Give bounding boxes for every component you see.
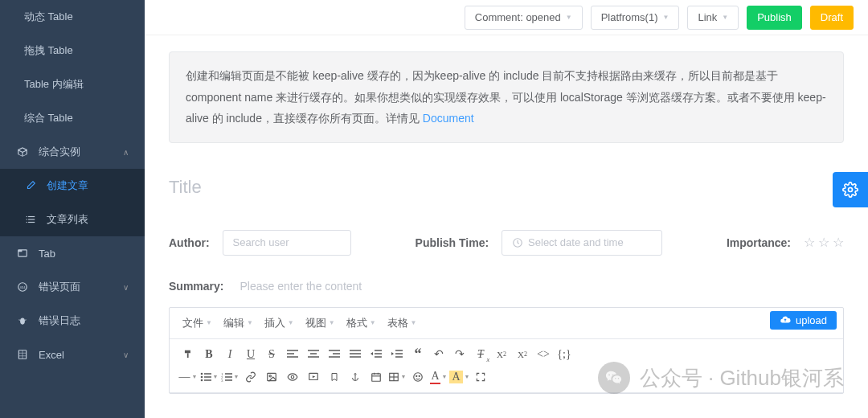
component-icon: [16, 146, 29, 158]
image-icon[interactable]: [261, 367, 282, 387]
bug-icon: [16, 315, 29, 326]
fullscreen-icon[interactable]: [470, 367, 491, 387]
svg-point-42: [200, 375, 203, 378]
preview-icon[interactable]: [282, 367, 303, 387]
format-paint-icon[interactable]: [178, 344, 199, 365]
svg-rect-5: [28, 222, 35, 223]
sidebar: 动态 Table 拖拽 Table Table 内编辑 综合 Table 综合实…: [0, 0, 145, 418]
notice-box: 创建和编辑页面是不能被 keep-alive 缓存的，因为keep-alive …: [169, 51, 844, 143]
svg-line-12: [24, 320, 26, 321]
superscript-icon[interactable]: X2: [512, 344, 533, 365]
sidebar-item-inline-edit-table[interactable]: Table 内编辑: [0, 68, 145, 101]
blockquote-icon[interactable]: “: [407, 344, 428, 365]
publish-button[interactable]: Publish: [747, 6, 802, 30]
strikethrough-icon[interactable]: S: [261, 344, 282, 365]
clear-format-icon[interactable]: Tx: [470, 344, 491, 365]
404-icon: 404: [16, 281, 29, 293]
editor-menu-edit[interactable]: 编辑▼: [219, 313, 258, 334]
sidebar-item-drag-table[interactable]: 拖拽 Table: [0, 34, 145, 68]
underline-icon[interactable]: U: [240, 344, 261, 365]
editor-menu-file[interactable]: 文件▼: [178, 313, 217, 334]
align-right-icon[interactable]: [324, 344, 345, 365]
sidebar-item-complex-table[interactable]: 综合 Table: [0, 101, 145, 135]
code-icon[interactable]: <>: [533, 344, 554, 365]
svg-point-10: [20, 318, 25, 325]
platforms-dropdown[interactable]: Platfroms(1)▼: [591, 6, 680, 30]
svg-point-68: [419, 375, 420, 376]
settings-fab[interactable]: [833, 172, 868, 207]
caret-down-icon: ▼: [662, 14, 669, 21]
publish-time-placeholder: Select date and time: [528, 236, 624, 248]
sidebar-item-create-article[interactable]: 创建文章: [0, 169, 145, 203]
svg-rect-52: [268, 373, 276, 380]
italic-icon[interactable]: I: [219, 344, 240, 365]
bullet-list-icon[interactable]: ▼: [199, 367, 219, 387]
svg-rect-19: [187, 353, 189, 358]
emoji-icon[interactable]: [407, 367, 428, 387]
editor-menu-view[interactable]: 视图▼: [301, 313, 340, 334]
text-color-icon[interactable]: A▼: [428, 367, 449, 387]
svg-text:3: 3: [221, 379, 223, 382]
undo-icon[interactable]: ↶: [428, 344, 449, 365]
align-left-icon[interactable]: [282, 344, 303, 365]
sidebar-item-article-list[interactable]: 文章列表: [0, 203, 145, 236]
importance-stars[interactable]: ☆ ☆ ☆: [804, 235, 844, 250]
editor-menu-insert[interactable]: 插入▼: [260, 313, 299, 334]
topbar: Comment: opened▼ Platfroms(1)▼ Link▼ Pub…: [145, 0, 868, 35]
author-input[interactable]: [223, 230, 351, 256]
table-icon[interactable]: ▼: [387, 367, 407, 387]
caret-down-icon: ▼: [566, 14, 572, 21]
bg-color-icon[interactable]: A▼: [449, 367, 470, 387]
bookmark-icon[interactable]: [324, 367, 345, 387]
outdent-icon[interactable]: [366, 344, 387, 365]
link-icon[interactable]: [240, 367, 261, 387]
star-icon[interactable]: ☆: [833, 235, 844, 250]
summary-label: Summary:: [169, 280, 223, 293]
sidebar-item-dynamic-table[interactable]: 动态 Table: [0, 0, 145, 34]
meta-row: Author: Publish Time: Select date and ti…: [169, 230, 844, 256]
svg-point-53: [269, 375, 271, 376]
notice-link[interactable]: Document: [423, 112, 474, 125]
svg-text:404: 404: [20, 285, 27, 289]
hr-icon[interactable]: —▼: [178, 367, 199, 387]
star-icon[interactable]: ☆: [818, 235, 829, 250]
sidebar-item-error-page[interactable]: 404 错误页面 ∨: [0, 270, 145, 304]
redo-icon[interactable]: ↷: [449, 344, 470, 365]
caret-down-icon: ▼: [247, 319, 253, 326]
svg-line-11: [18, 320, 20, 321]
subscript-icon[interactable]: X2: [491, 344, 512, 365]
svg-rect-3: [28, 219, 35, 219]
editor-menu-format[interactable]: 格式▼: [342, 313, 381, 334]
title-input[interactable]: [169, 172, 844, 203]
number-list-icon[interactable]: 123▼: [219, 367, 240, 387]
svg-rect-7: [18, 250, 23, 252]
draft-button[interactable]: Draft: [810, 6, 854, 30]
editor-menu-table[interactable]: 表格▼: [383, 313, 422, 334]
svg-rect-0: [27, 216, 27, 217]
svg-point-66: [414, 373, 423, 382]
publish-time-label: Publish Time:: [416, 236, 489, 249]
star-icon[interactable]: ☆: [804, 235, 815, 250]
indent-icon[interactable]: [387, 344, 407, 365]
align-justify-icon[interactable]: [345, 344, 366, 365]
anchor-icon[interactable]: [345, 367, 366, 387]
publish-time-input[interactable]: Select date and time: [502, 230, 662, 256]
datetime-icon[interactable]: [366, 367, 387, 387]
sidebar-item-excel[interactable]: Excel ∨: [0, 338, 145, 371]
upload-button[interactable]: upload: [770, 311, 837, 330]
link-dropdown[interactable]: Link▼: [687, 6, 739, 30]
sidebar-item-error-log[interactable]: 错误日志: [0, 304, 145, 338]
align-center-icon[interactable]: [303, 344, 324, 365]
media-icon[interactable]: [303, 367, 324, 387]
svg-rect-59: [372, 374, 381, 381]
sidebar-item-tab[interactable]: Tab: [0, 236, 145, 270]
codeblock-icon[interactable]: {;}: [554, 344, 575, 365]
notice-text: 创建和编辑页面是不能被 keep-alive 缓存的，因为keep-alive …: [186, 69, 826, 125]
sidebar-group-examples[interactable]: 综合实例 ∧: [0, 135, 145, 169]
comment-dropdown[interactable]: Comment: opened▼: [465, 6, 583, 30]
chevron-down-icon: ∨: [123, 350, 129, 359]
main-area: Comment: opened▼ Platfroms(1)▼ Link▼ Pub…: [145, 0, 868, 418]
tab-icon: [16, 248, 29, 259]
summary-input[interactable]: [240, 280, 844, 293]
bold-icon[interactable]: B: [199, 344, 219, 365]
